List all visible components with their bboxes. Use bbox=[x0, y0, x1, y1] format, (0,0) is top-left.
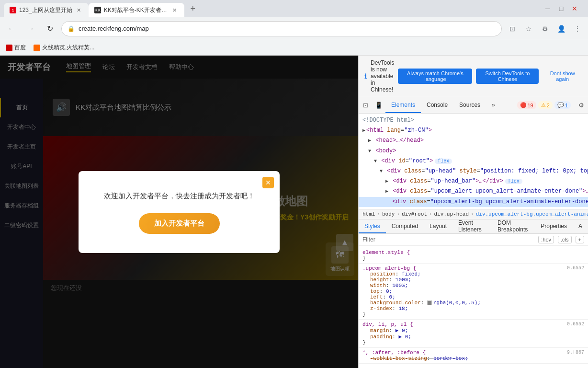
css-prop-height[interactable]: height: 100%; bbox=[362, 277, 584, 283]
css-prop-position[interactable]: position: fixed; bbox=[362, 271, 584, 277]
tab-event-listeners[interactable]: Event Listeners bbox=[452, 219, 492, 233]
tab-1[interactable]: 1 123_上网从这里开始 ✕ bbox=[4, 3, 89, 17]
css-rule-div-li-p-ul: div, li, p, ul { 0.6552 margin: ▶ 0; pad… bbox=[359, 320, 588, 348]
dom-up-head-bar[interactable]: ▶ <div class="up-head_bar">…</div>flex bbox=[359, 176, 588, 186]
dom-html[interactable]: ▶<html lang="zh-CN"> bbox=[359, 126, 588, 136]
dom-doctype[interactable]: <!DOCTYPE html> bbox=[359, 115, 588, 126]
dom-body[interactable]: ▼ <body> bbox=[359, 146, 588, 156]
bookmarks-bar: 百度 火线精英,火线精英... bbox=[0, 40, 588, 56]
tab-add-button[interactable]: + bbox=[186, 2, 200, 15]
modal-text: 欢迎加入开发者平台，快去注册成为开发者吧！ bbox=[104, 190, 255, 202]
content-area: 开发者平台 地图管理 论坛 开发者文档 帮助中心 kk 首页 开发者中心 开发者… bbox=[0, 56, 588, 368]
modal-box: ✕ 欢迎加入开发者平台，快去注册成为开发者吧！ 加入开发者平台 bbox=[79, 171, 280, 253]
css-prop-top[interactable]: top: 0; bbox=[362, 288, 584, 294]
info-badge: 💬 1 bbox=[554, 101, 571, 109]
css-prop-padding[interactable]: padding: ▶ 0; bbox=[362, 334, 584, 340]
css-prop-zindex[interactable]: z-index: 18; bbox=[362, 306, 584, 311]
dom-upcom-alert[interactable]: ▶ <div class="upcom_alert upcom_alert-an… bbox=[359, 186, 588, 196]
bc-up-head[interactable]: div.up-head bbox=[434, 211, 469, 217]
back-button[interactable]: ← bbox=[4, 21, 19, 36]
tab-styles[interactable]: Styles bbox=[359, 219, 386, 233]
address-input[interactable]: 🔒 create.reckfeng.com/map bbox=[61, 21, 502, 36]
url-text: create.reckfeng.com/map bbox=[79, 25, 149, 32]
devtools-notify-bar: ℹ DevTools is now available in Chinese! … bbox=[359, 56, 588, 97]
tab-bar: 1 123_上网从这里开始 ✕ KK KK对战平台-KK开发者平台 ✕ + ─ … bbox=[0, 0, 588, 17]
tab-sources[interactable]: Sources bbox=[453, 97, 486, 113]
inspect-element-icon[interactable]: ⊡ bbox=[359, 99, 372, 112]
devtools-badges: 🔴 19 ⚠ 2 💬 1 bbox=[517, 101, 575, 109]
dom-breadcrumb: html › body › div#root › div.up-head › d… bbox=[359, 209, 588, 219]
close-window-button[interactable]: ✕ bbox=[569, 3, 580, 14]
minimize-button[interactable]: ─ bbox=[542, 3, 554, 14]
bc-root[interactable]: div#root bbox=[402, 211, 427, 217]
dom-root[interactable]: ▼ <div id="root">flex bbox=[359, 156, 588, 166]
dom-head[interactable]: ▶ <head>…</head> bbox=[359, 136, 588, 146]
tab-2[interactable]: KK KK对战平台-KK开发者平台 ✕ bbox=[89, 3, 184, 17]
tab-dom-breakpoints[interactable]: DOM Breakpoints bbox=[492, 219, 535, 233]
address-bar: ← → ↻ 🔒 create.reckfeng.com/map ⊡ ☆ ⚙ 👤 … bbox=[0, 17, 588, 40]
tab-computed[interactable]: Computed bbox=[386, 219, 424, 233]
tab-accessibility[interactable]: A bbox=[573, 219, 588, 233]
tab-title-1: 123_上网从这里开始 bbox=[19, 6, 72, 14]
css-prop-left[interactable]: left: 0; bbox=[362, 294, 584, 300]
cls-filter-button[interactable]: .cls bbox=[558, 236, 572, 243]
more-icon[interactable]: ⋮ bbox=[571, 22, 584, 35]
hov-filter-button[interactable]: :hov bbox=[538, 236, 554, 243]
css-prop-width[interactable]: width: 100%; bbox=[362, 283, 584, 288]
info-icon: ℹ bbox=[364, 72, 367, 80]
error-badge: 🔴 19 bbox=[517, 101, 536, 109]
devtools-tab-bar: ⊡ 📱 Elements Console Sources » 🔴 19 ⚠ 2 … bbox=[359, 97, 588, 114]
settings-icon[interactable]: ⚙ bbox=[575, 99, 588, 112]
restore-button[interactable]: □ bbox=[555, 3, 567, 14]
reload-button[interactable]: ↻ bbox=[42, 21, 57, 36]
extensions-icon[interactable]: ⚙ bbox=[538, 22, 552, 35]
css-selector-1[interactable]: element.style { bbox=[362, 250, 410, 255]
css-prop-webkit-boxsizing[interactable]: -webkit-box-sizing: border-box; bbox=[362, 356, 584, 361]
css-selector-4[interactable]: *, :after, :before { bbox=[362, 350, 426, 356]
webpage: 开发者平台 地图管理 论坛 开发者文档 帮助中心 kk 首页 开发者中心 开发者… bbox=[0, 56, 358, 368]
css-source-2: 0.6552 bbox=[567, 265, 584, 271]
dom-up-head[interactable]: ▼ <div class="up-head" style="position: … bbox=[359, 166, 588, 176]
match-language-button[interactable]: Always match Chrome's language bbox=[398, 69, 472, 84]
forward-button[interactable]: → bbox=[23, 21, 38, 36]
tab-favicon-2: KK bbox=[94, 7, 101, 13]
device-toolbar-icon[interactable]: 📱 bbox=[372, 99, 385, 112]
css-rules-panel: element.style { } .upcom_alert-bg { 0.65… bbox=[359, 246, 588, 368]
styles-filter-input[interactable] bbox=[362, 236, 534, 243]
dont-show-again-button[interactable]: Dont show again bbox=[543, 69, 582, 84]
lock-icon: 🔒 bbox=[68, 25, 75, 32]
tab-more[interactable]: » bbox=[486, 97, 501, 113]
css-rule-upcom-alert-bg: .upcom_alert-bg { 0.6552 position: fixed… bbox=[359, 264, 588, 320]
styles-panel-tabs: Styles Computed Layout Event Listeners D… bbox=[359, 219, 588, 234]
bookmark-huoxian[interactable]: 火线精英,火线精英... bbox=[34, 44, 94, 52]
css-source-3: 0.6552 bbox=[567, 322, 584, 327]
tab-properties[interactable]: Properties bbox=[535, 219, 573, 233]
warning-badge: ⚠ 2 bbox=[538, 101, 553, 109]
css-selector-3[interactable]: div, li, p, ul { bbox=[362, 322, 413, 327]
tab-close-2[interactable]: ✕ bbox=[171, 6, 179, 14]
css-prop-bgcolor[interactable]: background-color: rgba(0,0,0,.5); bbox=[362, 300, 584, 306]
bc-body[interactable]: body bbox=[382, 211, 395, 217]
notify-text: DevTools is now available in Chinese! bbox=[371, 59, 394, 93]
add-style-button[interactable]: + bbox=[576, 236, 584, 243]
tab-elements[interactable]: Elements bbox=[385, 97, 421, 113]
styles-filter-bar: :hov .cls + bbox=[359, 234, 588, 246]
switch-chinese-button[interactable]: Switch DevTools to Chinese bbox=[476, 69, 539, 84]
user-icon[interactable]: 👤 bbox=[554, 22, 568, 35]
browser-frame: 1 123_上网从这里开始 ✕ KK KK对战平台-KK开发者平台 ✕ + ─ … bbox=[0, 0, 588, 368]
modal-close-button[interactable]: ✕ bbox=[262, 177, 274, 188]
tab-layout[interactable]: Layout bbox=[424, 219, 452, 233]
bookmark-icon[interactable]: ☆ bbox=[522, 22, 535, 35]
dom-tree: <!DOCTYPE html> ▶<html lang="zh-CN"> ▶ <… bbox=[359, 114, 588, 209]
tab-console[interactable]: Console bbox=[421, 97, 453, 113]
tab-close-1[interactable]: ✕ bbox=[75, 6, 83, 14]
css-prop-margin[interactable]: margin: ▶ 0; bbox=[362, 327, 584, 334]
dom-upcom-alert-bg[interactable]: <div class="upcom_alert-bg upcom_alert-a… bbox=[359, 197, 588, 207]
bc-alert-bg[interactable]: div.upcom_alert-bg.upcom_alert-animate-e… bbox=[476, 211, 588, 217]
join-platform-button[interactable]: 加入开发者平台 bbox=[139, 213, 220, 234]
bc-html[interactable]: html bbox=[362, 211, 375, 217]
css-rule-star: *, :after, :before { 9.f867 -webkit-box-… bbox=[359, 348, 588, 364]
cast-icon[interactable]: ⊡ bbox=[506, 22, 519, 35]
css-selector-2[interactable]: .upcom_alert-bg { bbox=[362, 265, 416, 271]
bookmark-baidu[interactable]: 百度 bbox=[6, 44, 26, 52]
